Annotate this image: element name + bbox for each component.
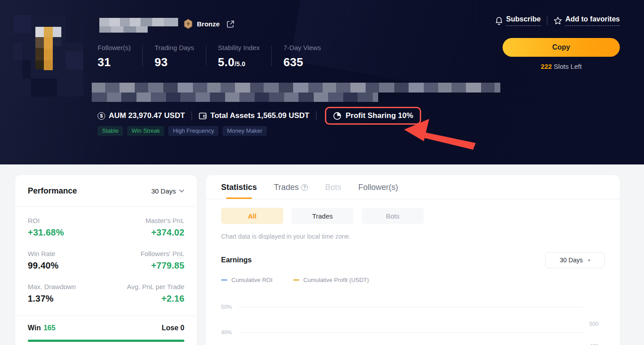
performance-title: Performance — [28, 186, 77, 196]
chart-filters: All Trades Bots — [221, 208, 605, 224]
subscribe-label: Subscribe — [506, 15, 541, 26]
stat-value: 31 — [98, 55, 131, 69]
stat-divider — [271, 46, 272, 66]
stat-value-suffix: /5.0 — [235, 60, 246, 67]
bronze-badge-icon — [183, 19, 193, 29]
stat-trading-days: Trading Days 93 — [154, 44, 194, 69]
metric-masters-pnl: Master's PnL +374.02 — [106, 217, 184, 238]
pie-chart-icon — [333, 112, 341, 120]
bell-icon — [495, 17, 503, 25]
metric-max-drawdown: Max. Drawdown 1.37% — [28, 283, 106, 304]
gridline-40pct: 40% — [221, 329, 605, 336]
star-icon — [554, 17, 562, 25]
total-assets-value: Total Assets 1,565.09 USDT — [210, 111, 309, 120]
stat-followers: Follower(s) 31 — [98, 44, 131, 69]
win-value: 165 — [43, 324, 55, 332]
annotation-arrow — [401, 117, 478, 150]
stat-label: Stability Index — [218, 44, 260, 51]
lose-count: Lose 0 — [162, 324, 184, 332]
metric-value: 99.40% — [28, 261, 106, 271]
stat-divider — [206, 46, 206, 66]
slots-left: 222 Slots Left — [503, 63, 620, 70]
metric-value: +779.85 — [106, 261, 184, 271]
performance-metrics: ROI +31.68% Master's PnL +374.02 Win Rat… — [28, 217, 184, 304]
dollar-circle-icon: $ — [98, 112, 105, 120]
badge-label: Bronze — [197, 20, 220, 28]
legend-swatch-orange — [293, 279, 299, 281]
add-to-favorites-button[interactable]: Add to favorites — [554, 15, 620, 26]
avatar — [13, 15, 83, 97]
tag-win-streak: Win Streak — [127, 126, 165, 136]
aum-value: AUM 23,970.47 USDT — [109, 111, 185, 120]
timezone-note: Chart data is displayed in your local ti… — [221, 233, 605, 240]
actions-divider — [547, 16, 547, 25]
wallet-icon — [199, 112, 207, 120]
performance-period-dropdown[interactable]: 30 Days — [151, 187, 184, 195]
trader-hero-banner: Bronze Follower(s) 31 Trading Days 93 St… — [0, 0, 644, 164]
tab-trades[interactable]: Trades ? — [274, 183, 308, 199]
win-lose-row: Win165 Lose 0 — [28, 324, 184, 332]
y-axis-tick-right: 500 — [589, 321, 605, 327]
tag-stable: Stable — [98, 126, 123, 136]
panel-tabs: Statistics Trades ? Bots Follower(s) — [221, 175, 605, 199]
metric-value: +2.16 — [106, 294, 184, 304]
metric-label: Followers' PnL — [106, 250, 184, 257]
filter-all-button[interactable]: All — [221, 208, 283, 224]
metric-win-rate: Win Rate 99.40% — [28, 250, 106, 271]
legend-label: Cumulative Profit (USDT) — [303, 277, 369, 283]
tab-followers[interactable]: Follower(s) — [358, 183, 398, 199]
tab-statistics[interactable]: Statistics — [221, 183, 257, 199]
gridline-50pct: 50% — [221, 304, 605, 310]
y-axis-tick-left: 40% — [221, 329, 237, 336]
filter-bots-button[interactable]: Bots — [362, 208, 424, 224]
win-count: Win165 — [28, 324, 55, 332]
earnings-chart: 50% 40% 500 400 — [221, 293, 605, 345]
copy-button[interactable]: Copy — [503, 38, 620, 57]
metric-label: Avg. PnL per Trade — [106, 283, 184, 290]
favorites-label: Add to favorites — [565, 15, 620, 26]
subscribe-button[interactable]: Subscribe — [495, 15, 541, 26]
stat-value: 5.0/5.0 — [218, 55, 260, 69]
metric-label: Max. Drawdown — [28, 283, 106, 290]
stat-label: 7-Day Views — [283, 44, 321, 51]
stat-value: 93 — [154, 55, 194, 69]
tag-money-maker: Money Maker — [222, 126, 267, 136]
y-axis-tick-left: 50% — [221, 304, 237, 310]
chart-legend: Cumulative ROI Cumulative Profit (USDT) — [221, 277, 605, 283]
earnings-title: Earnings — [221, 256, 252, 264]
statistics-panel: Statistics Trades ? Bots Follower(s) All… — [206, 175, 620, 345]
total-assets-info: Total Assets 1,565.09 USDT — [199, 111, 309, 120]
account-info-row: $ AUM 23,970.47 USDT Total Assets 1,565.… — [98, 105, 421, 126]
win-lose-ratio-bar — [28, 340, 184, 342]
tabs-divider — [206, 199, 620, 199]
metric-label: Master's PnL — [106, 217, 184, 224]
y-axis-tick-right: 400 — [589, 343, 605, 345]
trader-tags: Stable Win Streak High Frequency Money M… — [98, 126, 267, 136]
stat-7day-views: 7-Day Views 635 — [283, 44, 321, 69]
metric-label: ROI — [28, 217, 106, 224]
chevron-down-icon — [179, 189, 184, 193]
stat-label: Follower(s) — [98, 44, 131, 51]
slots-count: 222 — [541, 63, 552, 70]
stat-divider — [142, 46, 143, 66]
caret-down-icon: ▾ — [588, 258, 590, 262]
gridline — [237, 332, 583, 333]
external-link-icon[interactable] — [226, 20, 235, 28]
metric-value: 1.37% — [28, 294, 106, 304]
tag-high-frequency: High Frequency — [168, 126, 218, 136]
filter-trades-button[interactable]: Trades — [291, 208, 354, 224]
stat-stability-index: Stability Index 5.0/5.0 — [218, 44, 260, 69]
performance-card: Performance 30 Days ROI +31.68% Master's… — [15, 175, 197, 345]
tab-bots[interactable]: Bots — [325, 183, 341, 199]
help-circle-icon[interactable]: ? — [301, 184, 308, 191]
earnings-period-dropdown[interactable]: 30 Days ▾ — [545, 252, 605, 268]
card-divider — [15, 316, 197, 316]
legend-cumulative-profit[interactable]: Cumulative Profit (USDT) — [293, 277, 369, 283]
trader-name-blurred — [99, 18, 178, 33]
hero-stats-row: Follower(s) 31 Trading Days 93 Stability… — [98, 44, 321, 69]
aum-info: $ AUM 23,970.47 USDT — [98, 111, 185, 120]
legend-cumulative-roi[interactable]: Cumulative ROI — [221, 277, 273, 283]
metric-value: +374.02 — [106, 227, 184, 238]
stat-label: Trading Days — [154, 44, 194, 51]
metric-avg-pnl-per-trade: Avg. PnL per Trade +2.16 — [106, 283, 184, 304]
